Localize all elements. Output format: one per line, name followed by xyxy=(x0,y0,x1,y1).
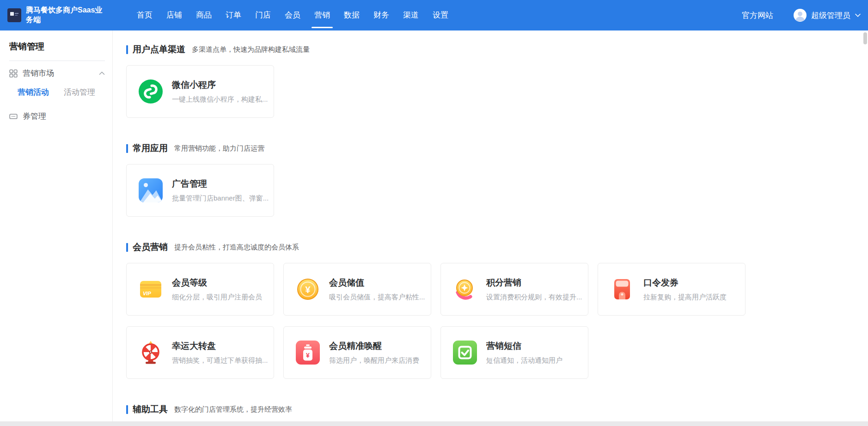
stored-value-coin-icon: ¥ xyxy=(296,277,320,301)
app-card-lucky-wheel[interactable]: 幸运大转盘 营销抽奖，可通过下单获得抽... xyxy=(126,326,274,379)
avatar xyxy=(794,9,807,22)
top-navbar: 腾马餐饮多商户Saas业务端 首页 店铺 商品 订单 门店 会员 营销 数据 财… xyxy=(0,0,868,30)
card-desc: 一键上线微信小程序，构建私... xyxy=(172,95,268,104)
section-common-apps: 常用应用 常用营销功能，助力门店运营 xyxy=(126,143,868,217)
nav-item-channels[interactable]: 渠道 xyxy=(403,10,419,21)
app-card-password-coupon[interactable]: 口令发券 拉新复购，提高用户活跃度 xyxy=(598,263,746,316)
section-subtitle: 数字化的门店管理系统，提升经营效率 xyxy=(174,405,292,414)
card-desc: 吸引会员储值，提高客户粘性... xyxy=(329,293,425,302)
main-content: 用户点单渠道 多渠道点单，快速为品牌构建私域流量 xyxy=(113,30,868,426)
app-window: 腾马餐饮多商户Saas业务端 首页 店铺 商品 订单 门店 会员 营销 数据 财… xyxy=(0,0,868,426)
section-auxiliary-tools: 辅助工具 数字化的门店管理系统，提升经营效率 xyxy=(126,404,868,415)
svg-text:¥: ¥ xyxy=(306,352,310,359)
card-title: 会员储值 xyxy=(329,277,425,289)
section-order-channels: 用户点单渠道 多渠道点单，快速为品牌构建私域流量 xyxy=(126,44,868,118)
section-header: 辅助工具 数字化的门店管理系统，提升经营效率 xyxy=(126,404,868,415)
card-title: 微信小程序 xyxy=(172,79,268,91)
app-card-ad-management[interactable]: 广告管理 批量管理门店banner图、弹窗... xyxy=(126,164,274,217)
card-title: 广告管理 xyxy=(172,178,269,190)
nav-item-shop[interactable]: 店铺 xyxy=(166,10,182,21)
points-coin-icon xyxy=(453,277,477,301)
section-title: 会员营销 xyxy=(133,241,168,253)
app-card-points-marketing[interactable]: 积分营销 设置消费积分规则，有效提升... xyxy=(440,263,588,316)
logo[interactable]: 腾马餐饮多商户Saas业务端 xyxy=(7,6,108,25)
sidebar-group-coupon-management[interactable]: 券管理 xyxy=(9,104,112,127)
main-nav: 首页 店铺 商品 订单 门店 会员 营销 数据 财务 渠道 设置 xyxy=(137,10,448,21)
red-envelope-icon xyxy=(610,277,634,301)
coupon-icon xyxy=(9,112,18,121)
card-desc: 短信通知，活动通知用户 xyxy=(486,356,562,365)
section-subtitle: 多渠道点单，快速为品牌构建私域流量 xyxy=(192,45,310,54)
card-desc: 筛选用户，唤醒用户来店消费 xyxy=(329,356,419,365)
section-accent-bar xyxy=(126,144,128,153)
vertical-scrollbar-thumb[interactable] xyxy=(863,32,867,44)
section-header: 常用应用 常用营销功能，助力门店运营 xyxy=(126,143,868,154)
sidebar-title: 营销管理 xyxy=(9,41,112,53)
section-title: 用户点单渠道 xyxy=(133,43,185,55)
section-accent-bar xyxy=(126,405,128,414)
vip-card-icon: VIP xyxy=(139,277,163,301)
card-desc: 设置消费积分规则，有效提升... xyxy=(486,293,582,302)
section-header: 会员营销 提升会员粘性，打造高忠诚度的会员体系 xyxy=(126,242,868,253)
section-accent-bar xyxy=(126,45,128,54)
sidebar-group-label: 营销市场 xyxy=(23,68,54,79)
official-website-link[interactable]: 官方网站 xyxy=(742,10,773,21)
section-title: 常用应用 xyxy=(133,142,168,154)
section-title: 辅助工具 xyxy=(133,403,168,415)
card-title: 口令发券 xyxy=(643,277,727,289)
chevron-up-icon[interactable] xyxy=(99,71,105,75)
nav-item-settings[interactable]: 设置 xyxy=(433,10,448,21)
card-desc: 批量管理门店banner图、弹窗... xyxy=(172,194,269,203)
nav-item-finance[interactable]: 财务 xyxy=(373,10,389,21)
app-card-marketing-sms[interactable]: 营销短信 短信通知，活动通知用户 xyxy=(440,326,588,379)
card-title: 积分营销 xyxy=(486,277,582,289)
app-card-member-level[interactable]: VIP 会员等级 细化分层，吸引用户注册会员 xyxy=(126,263,274,316)
app-card-wechat-miniprogram[interactable]: 微信小程序 一键上线微信小程序，构建私... xyxy=(126,65,274,118)
nav-item-members[interactable]: 会员 xyxy=(285,10,300,21)
svg-text:VIP: VIP xyxy=(143,291,151,296)
card-title: 幸运大转盘 xyxy=(172,340,268,352)
section-accent-bar xyxy=(126,243,128,252)
chevron-down-icon xyxy=(855,13,861,17)
sidebar-item-activity-management[interactable]: 活动管理 xyxy=(64,87,95,97)
card-title: 营销短信 xyxy=(486,340,562,352)
card-desc: 营销抽奖，可通过下单获得抽... xyxy=(172,356,268,365)
nav-item-home[interactable]: 首页 xyxy=(137,10,153,21)
nav-item-stores[interactable]: 门店 xyxy=(255,10,271,21)
member-wakeup-icon: ¥ xyxy=(296,341,320,365)
card-desc: 细化分层，吸引用户注册会员 xyxy=(172,293,262,302)
sidebar-subitems: 营销活动 活动管理 xyxy=(9,84,112,104)
grid-icon xyxy=(9,69,18,78)
sidebar-item-marketing-activities[interactable]: 营销活动 xyxy=(18,87,49,97)
sidebar: 营销管理 营销市场 营销活动 活动管理 xyxy=(0,30,113,426)
logo-text: 腾马餐饮多商户Saas业务端 xyxy=(26,6,108,25)
user-menu[interactable]: 超级管理员 xyxy=(794,9,861,22)
card-desc: 拉新复购，提高用户活跃度 xyxy=(643,293,727,302)
ad-image-icon xyxy=(139,178,163,202)
nav-item-goods[interactable]: 商品 xyxy=(196,10,212,21)
card-title: 会员精准唤醒 xyxy=(329,340,419,352)
nav-item-orders[interactable]: 订单 xyxy=(226,10,241,21)
sms-icon xyxy=(453,341,477,365)
username: 超级管理员 xyxy=(811,10,850,21)
sidebar-group-label: 券管理 xyxy=(23,111,46,122)
card-title: 会员等级 xyxy=(172,277,262,289)
section-subtitle: 提升会员粘性，打造高忠诚度的会员体系 xyxy=(174,243,299,252)
navbar-right: 官方网站 超级管理员 xyxy=(742,9,861,22)
nav-item-data[interactable]: 数据 xyxy=(344,10,360,21)
lucky-wheel-icon xyxy=(139,341,163,365)
svg-text:¥: ¥ xyxy=(305,285,311,295)
sidebar-group-marketing-market[interactable]: 营销市场 xyxy=(9,61,112,84)
app-card-stored-value[interactable]: ¥ 会员储值 吸引会员储值，提高客户粘性... xyxy=(283,263,431,316)
nav-item-marketing[interactable]: 营销 xyxy=(314,10,330,21)
logo-icon xyxy=(7,8,21,22)
section-subtitle: 常用营销功能，助力门店运营 xyxy=(174,144,264,153)
app-card-member-wakeup[interactable]: ¥ 会员精准唤醒 筛选用户，唤醒用户来店消费 xyxy=(283,326,431,379)
horizontal-scrollbar-track[interactable] xyxy=(0,421,868,426)
wechat-miniprogram-icon xyxy=(139,79,163,103)
section-member-marketing: 会员营销 提升会员粘性，打造高忠诚度的会员体系 xyxy=(126,242,868,379)
section-header: 用户点单渠道 多渠道点单，快速为品牌构建私域流量 xyxy=(126,44,868,55)
